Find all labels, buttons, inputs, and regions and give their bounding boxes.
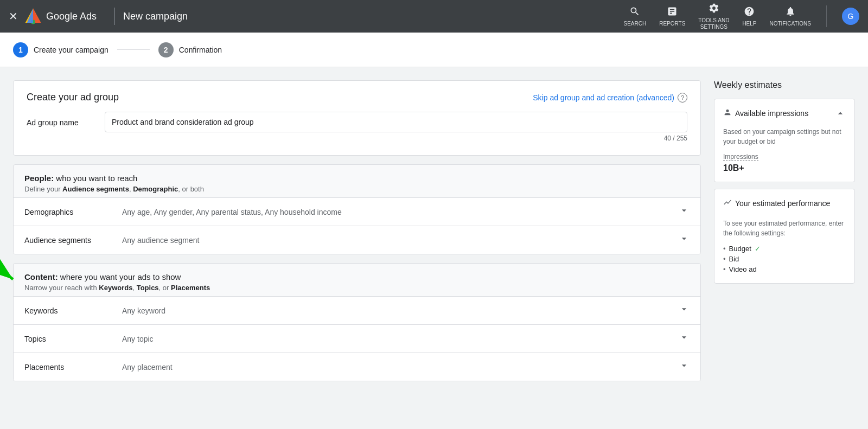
audience-segments-value: Any audience segment [122,236,679,245]
step-2: 2 Confirmation [158,42,222,57]
people-title-rest: who you want to reach [54,174,137,183]
notifications-action[interactable]: NOTIFICATIONS [770,6,811,27]
field-input-wrap: 40 / 255 [105,112,687,142]
reports-icon [667,6,678,20]
ad-group-title: Create your ad group [27,92,119,103]
step-1: 1 Create your campaign [13,42,108,57]
content-section: Content: where you want your ads to show… [13,263,701,381]
topics-label: Topics [24,335,122,343]
notifications-icon [785,6,796,20]
step-connector [117,49,150,50]
people-title: People: who you want to reach [24,174,690,183]
person-icon [723,108,732,119]
performance-list: Budget ✓ Bid Video ad [723,244,846,274]
search-icon [629,6,640,20]
people-title-bold: People: [24,174,54,183]
green-arrow [0,233,27,289]
topics-row[interactable]: Topics Any topic [14,324,700,353]
step-2-label: Confirmation [179,46,222,54]
ad-group-name-row: Ad group name 40 / 255 [14,112,700,155]
audience-segments-label: Audience segments [24,236,122,245]
audience-segments-row[interactable]: Audience segments Any audience segment [14,226,700,254]
char-count: 40 / 255 [105,135,687,142]
skip-link-wrap: Skip ad group and ad creation (advanced)… [533,93,687,103]
step-2-circle: 2 [158,42,174,57]
impressions-card: Available impressions Based on your camp… [714,99,855,182]
content-title-bold: Content: [24,272,58,281]
perf-item-budget: Budget ✓ [723,244,846,254]
people-section: People: who you want to reach Define you… [13,164,701,254]
notifications-label: NOTIFICATIONS [770,21,811,27]
content-section-header: Content: where you want your ads to show… [14,264,700,296]
demographics-value: Any age, Any gender, Any parental status… [122,208,679,216]
placements-label: Placements [24,363,122,372]
impressions-desc: Based on your campaign settings but not … [723,127,846,146]
keywords-chevron-icon [679,304,690,317]
campaign-title: New campaign [123,11,188,22]
budget-check-icon: ✓ [755,245,761,253]
performance-card: Your estimated performance To see your e… [714,189,855,284]
performance-card-header: Your estimated performance [723,198,846,213]
topics-value: Any topic [122,335,679,343]
keywords-row[interactable]: Keywords Any keyword [14,296,700,324]
field-label: Ad group name [27,112,92,127]
sidebar-title: Weekly estimates [714,80,855,90]
tools-action[interactable]: TOOLS AND SETTINGS [698,3,729,30]
help-label: HELP [742,21,756,27]
nav-divider [114,8,114,25]
impressions-title: Available impressions [723,108,808,119]
people-subtitle: Define your Audience segments, Demograph… [24,185,690,193]
placements-value: Any placement [122,363,679,372]
impressions-value: 10B+ [723,163,846,173]
audience-chevron-icon [679,233,690,247]
nav-actions: SEARCH REPORTS TOOLS AND SETTINGS HELP N… [623,3,859,30]
skip-link[interactable]: Skip ad group and ad creation (advanced) [533,93,674,102]
reports-label: REPORTS [659,21,685,27]
tools-label: TOOLS AND SETTINGS [698,17,729,30]
ad-group-name-card: Create your ad group Skip ad group and a… [13,80,701,156]
keywords-label: Keywords [24,306,122,315]
perf-item-video-ad: Video ad [723,264,846,274]
help-action[interactable]: HELP [742,6,756,27]
impressions-card-header: Available impressions [723,108,846,121]
step-1-label: Create your campaign [34,46,108,54]
perf-item-bid: Bid [723,254,846,264]
content-area: Create your ad group Skip ad group and a… [13,80,701,416]
account-avatar[interactable]: G [842,8,859,25]
topics-chevron-icon [679,332,690,345]
impressions-collapse-icon[interactable] [835,108,846,121]
performance-icon [723,198,732,209]
main-layout: Create your ad group Skip ad group and a… [0,67,868,429]
ad-group-header: Create your ad group Skip ad group and a… [14,81,700,112]
help-icon [744,6,755,20]
keywords-value: Any keyword [122,306,679,315]
performance-desc: To see your estimated performance, enter… [723,219,846,238]
demographics-chevron-icon [679,205,690,219]
green-arrow-icon [0,233,27,287]
ad-group-name-input[interactable] [105,112,687,132]
top-nav: ✕ Google Ads New campaign SEARCH REPORTS [0,0,868,33]
content-subtitle: Narrow your reach with Keywords, Topics,… [24,284,690,292]
nav-divider-2 [826,5,827,27]
placements-chevron-icon [679,360,690,374]
sidebar: Weekly estimates Available impressions B… [714,80,855,416]
google-ads-logo: Google Ads [24,8,97,25]
skip-help-icon[interactable]: ? [678,93,687,103]
people-section-header: People: who you want to reach Define you… [14,165,700,197]
close-icon[interactable]: ✕ [9,10,18,23]
search-action[interactable]: SEARCH [623,6,646,27]
google-logo-icon [24,8,42,25]
content-title-rest: where you want your ads to show [58,272,181,281]
step-1-circle: 1 [13,42,28,57]
content-title: Content: where you want your ads to show [24,272,690,281]
placements-row[interactable]: Placements Any placement [14,353,700,381]
brand-label: Google Ads [46,11,97,22]
performance-title: Your estimated performance [723,198,830,209]
impressions-label: Impressions [723,153,758,161]
tools-icon [709,3,719,16]
search-label: SEARCH [623,21,646,27]
demographics-row[interactable]: Demographics Any age, Any gender, Any pa… [14,197,700,226]
reports-action[interactable]: REPORTS [659,6,685,27]
stepper-bar: 1 Create your campaign 2 Confirmation [0,33,868,67]
demographics-label: Demographics [24,208,122,216]
